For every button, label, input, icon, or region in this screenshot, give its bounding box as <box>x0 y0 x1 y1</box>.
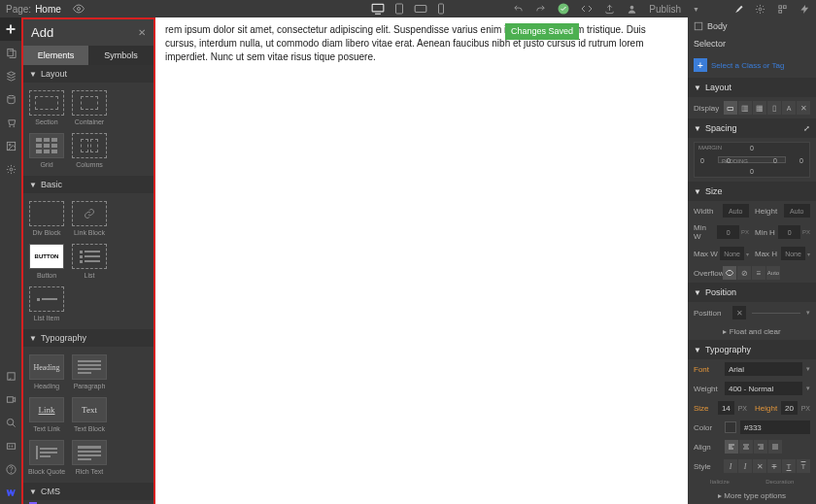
video2-icon[interactable] <box>0 434 21 457</box>
item-button[interactable]: BUTTON Button <box>25 244 68 279</box>
display-inlineblock[interactable]: ▯ <box>767 101 781 115</box>
spacing-expand-icon[interactable]: ⤢ <box>803 124 810 133</box>
rp-typography[interactable]: ▼Typography <box>688 340 816 359</box>
align-left[interactable] <box>725 440 738 454</box>
page-body[interactable]: Changes Saved rem ipsum dolor sit amet, … <box>155 17 688 504</box>
redo-icon[interactable] <box>535 4 546 15</box>
style-italic2[interactable]: I <box>738 459 752 473</box>
color-input[interactable]: #333 <box>740 420 810 434</box>
color-swatch[interactable] <box>725 421 736 433</box>
assets-icon[interactable] <box>0 134 21 157</box>
tab-symbols[interactable]: Symbols <box>88 46 153 65</box>
item-columns[interactable]: Columns <box>68 133 111 168</box>
width-input[interactable]: Auto <box>723 204 750 218</box>
tab-elements[interactable]: Elements <box>23 46 88 65</box>
style-none[interactable]: ✕ <box>753 459 766 473</box>
preview-icon[interactable] <box>73 3 85 15</box>
video-icon[interactable] <box>0 387 21 411</box>
spacing-editor[interactable]: MARGIN 0 0 0 0 PADDING 0 0 <box>694 142 810 178</box>
rp-size[interactable]: ▼Size <box>688 182 816 201</box>
item-list[interactable]: List <box>68 244 111 279</box>
section-basic[interactable]: ▼Basic <box>23 176 153 193</box>
section-typography[interactable]: ▼Typography <box>23 329 153 347</box>
item-textblock[interactable]: Text Text Block <box>68 397 111 432</box>
publish-button[interactable]: Publish <box>649 4 681 15</box>
display-inline[interactable]: A <box>782 101 796 115</box>
navigator-icon[interactable] <box>0 64 21 87</box>
position-clear[interactable]: ✕ <box>732 306 746 319</box>
align-center[interactable] <box>739 440 753 454</box>
font-select[interactable]: Arial <box>725 362 802 376</box>
overflow-scroll[interactable]: ≡ <box>752 266 765 280</box>
section-layout[interactable]: ▼Layout <box>23 65 153 83</box>
pages-icon[interactable] <box>0 41 21 64</box>
style-overline[interactable]: T <box>797 459 810 473</box>
weight-select[interactable]: 400 - Normal <box>725 382 802 395</box>
more-type-options[interactable]: ▸ More type options <box>688 487 816 504</box>
interactions-icon[interactable] <box>799 4 810 15</box>
size-input[interactable]: 14 <box>718 401 734 415</box>
display-block[interactable]: ▭ <box>724 101 737 115</box>
maxh-input[interactable]: None <box>781 247 805 260</box>
height-input[interactable]: Auto <box>784 204 811 218</box>
display-grid[interactable]: ▦ <box>753 101 766 115</box>
item-blockquote[interactable]: Block Quote <box>25 440 68 475</box>
section-cms[interactable]: ▼CMS <box>23 483 153 500</box>
breadcrumb-body[interactable]: Body <box>688 17 816 35</box>
item-section[interactable]: Section <box>25 90 68 125</box>
user-icon[interactable] <box>627 4 637 15</box>
align-justify[interactable] <box>768 440 782 454</box>
overflow-hidden[interactable]: ⊘ <box>737 266 751 280</box>
export-icon[interactable] <box>604 4 615 15</box>
lineheight-input[interactable]: 20 <box>781 401 798 415</box>
overflow-visible[interactable] <box>723 266 736 280</box>
cms-icon[interactable] <box>0 87 21 111</box>
code-icon[interactable] <box>581 3 593 15</box>
item-grid[interactable]: Grid <box>25 133 68 168</box>
ecommerce-icon[interactable] <box>0 111 21 134</box>
style-strike[interactable]: T <box>767 459 781 473</box>
minh-input[interactable]: 0 <box>778 225 799 239</box>
close-icon[interactable]: ✕ <box>138 27 146 38</box>
settings-icon[interactable] <box>755 4 765 15</box>
audit-icon[interactable] <box>0 364 21 387</box>
overflow-auto[interactable]: Auto <box>766 266 780 280</box>
styles-icon[interactable] <box>777 4 788 15</box>
rp-position[interactable]: ▼Position <box>688 283 816 302</box>
item-heading[interactable]: Heading Heading <box>25 354 68 389</box>
publish-dropdown-icon[interactable]: ▼ <box>693 6 699 13</box>
item-textlink[interactable]: Link Text Link <box>25 397 68 432</box>
search-icon[interactable] <box>0 411 21 434</box>
brush-icon[interactable] <box>732 4 743 15</box>
selector-hint[interactable]: Select a Class or Tag <box>711 61 784 70</box>
device-tablet-icon[interactable] <box>394 3 404 15</box>
align-right[interactable] <box>754 440 767 454</box>
minw-input[interactable]: 0 <box>717 225 738 239</box>
settings-left-icon[interactable] <box>0 157 21 181</box>
rp-spacing[interactable]: ▼Spacing⤢ <box>688 118 816 138</box>
float-clear[interactable]: ▸ Float and clear <box>688 323 816 340</box>
item-linkblock[interactable]: Link Block <box>68 201 111 236</box>
style-underline[interactable]: T <box>782 459 796 473</box>
display-none[interactable]: ✕ <box>797 101 810 115</box>
item-listitem[interactable]: List Item <box>25 286 68 321</box>
rp-layout[interactable]: ▼Layout <box>688 78 816 97</box>
undo-icon[interactable] <box>513 4 524 15</box>
device-tablet-landscape-icon[interactable] <box>414 4 427 14</box>
add-icon[interactable] <box>0 17 21 41</box>
item-container[interactable]: Container <box>68 90 111 125</box>
add-class-button[interactable]: + <box>694 58 707 72</box>
webflow-icon[interactable] <box>0 481 21 504</box>
help-icon[interactable] <box>0 457 21 481</box>
maxw-input[interactable]: None <box>720 247 744 260</box>
display-flex[interactable]: ▥ <box>738 101 752 115</box>
item-richtext[interactable]: Rich Text <box>68 440 111 475</box>
device-switcher <box>371 3 445 15</box>
position-dropdown-icon[interactable]: ▾ <box>806 309 810 317</box>
device-mobile-icon[interactable] <box>437 3 445 15</box>
item-paragraph[interactable]: Paragraph <box>68 354 111 389</box>
item-divblock[interactable]: Div Block <box>25 201 68 236</box>
style-italic[interactable]: I <box>724 459 737 473</box>
page-name[interactable]: Home <box>35 4 61 15</box>
device-desktop-icon[interactable] <box>371 3 385 15</box>
